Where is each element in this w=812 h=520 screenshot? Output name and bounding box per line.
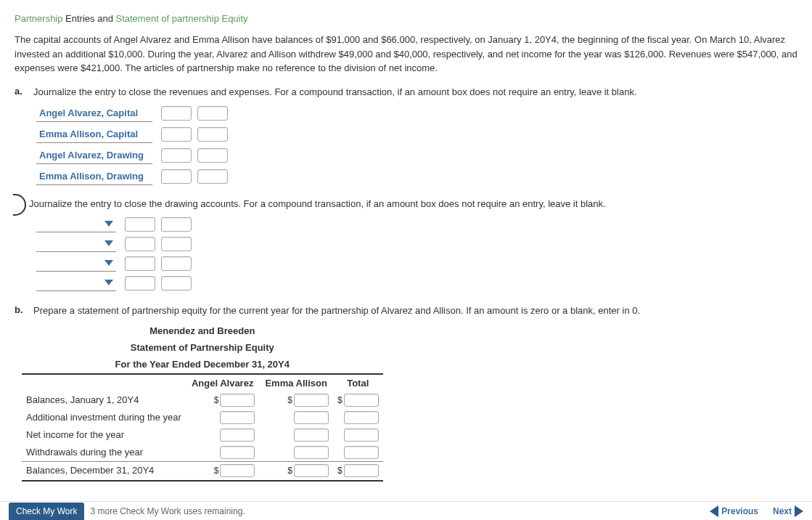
debit-input[interactable] <box>125 237 155 251</box>
part-b-label: b. <box>15 304 28 315</box>
credit-input[interactable] <box>161 256 192 271</box>
equity-input[interactable] <box>344 394 379 407</box>
equity-input[interactable] <box>220 394 255 407</box>
row-label: Balances, January 1, 20Y4 <box>22 391 186 409</box>
debit-input[interactable] <box>125 276 155 291</box>
part-a: a. Journalize the entry to close the rev… <box>15 86 797 99</box>
dollar-sign: $ <box>214 466 219 476</box>
equity-input[interactable] <box>294 411 329 424</box>
part-a-label: a. <box>15 86 28 97</box>
equity-input[interactable] <box>294 428 329 442</box>
page-title: Partnership Entries and Statement of par… <box>15 13 797 24</box>
row-label: Withdrawals during the year <box>22 444 186 462</box>
arc-decoration <box>13 194 26 216</box>
equity-input[interactable] <box>344 428 379 442</box>
chevron-down-icon <box>104 260 113 266</box>
part-b: b. Prepare a statement of partnership eq… <box>15 304 797 317</box>
part-b-text: Prepare a statement of partnership equit… <box>33 304 640 317</box>
journal-row: Emma Allison, Capital <box>36 126 797 143</box>
row-label: Net income for the year <box>22 426 186 444</box>
equity-table: Menendez and Breeden Statement of Partne… <box>22 323 383 482</box>
equity-input[interactable] <box>344 411 379 424</box>
credit-input[interactable] <box>161 276 192 291</box>
debit-input[interactable] <box>125 256 155 271</box>
title-part1: Partnership <box>15 13 62 24</box>
credit-input[interactable] <box>197 148 228 163</box>
journal-row <box>36 256 797 272</box>
equity-statement: Menendez and Breeden Statement of Partne… <box>22 323 797 482</box>
equity-input[interactable] <box>344 464 379 477</box>
equity-input[interactable] <box>220 411 255 424</box>
credit-input[interactable] <box>161 237 192 251</box>
title-part2: Entries and <box>65 13 113 24</box>
chevron-down-icon <box>104 221 113 227</box>
debit-input[interactable] <box>161 148 192 163</box>
debit-input[interactable] <box>125 217 155 232</box>
account-dropdown[interactable] <box>36 256 116 272</box>
equity-input[interactable] <box>344 446 379 459</box>
account-dropdown[interactable] <box>36 236 116 252</box>
debit-input[interactable] <box>161 106 192 121</box>
dollar-sign: $ <box>287 466 292 476</box>
journal-row <box>36 216 797 232</box>
account-link[interactable]: Angel Alvarez, Capital <box>36 105 152 122</box>
journal-row <box>36 275 797 291</box>
credit-input[interactable] <box>197 169 228 184</box>
equity-input[interactable] <box>294 446 329 459</box>
stmt-h1: Menendez and Breeden <box>26 325 379 336</box>
title-part3: Statement of partnership Equity <box>116 13 248 24</box>
account-link[interactable]: Emma Allison, Capital <box>36 126 152 143</box>
account-link[interactable]: Angel Alvarez, Drawing <box>36 147 152 164</box>
dollar-sign: $ <box>287 395 292 405</box>
stmt-h2: Statement of Partnership Equity <box>26 342 379 353</box>
col-angel: Angel Alvarez <box>186 374 260 391</box>
dollar-sign: $ <box>214 395 219 405</box>
journal-row: Emma Allison, Drawing <box>36 168 797 185</box>
account-dropdown[interactable] <box>36 216 116 232</box>
journal-row: Angel Alvarez, Drawing <box>36 147 797 164</box>
equity-input[interactable] <box>220 428 255 442</box>
part-a-text: Journalize the entry to close the revenu… <box>33 86 637 99</box>
row-label: Additional investment during the year <box>22 409 186 426</box>
dollar-sign: $ <box>337 466 343 476</box>
debit-input[interactable] <box>161 169 192 184</box>
stmt-h3: For the Year Ended December 31, 20Y4 <box>26 359 379 370</box>
row-label: Balances, December 31, 20Y4 <box>22 461 186 479</box>
chevron-down-icon <box>104 240 113 246</box>
equity-input[interactable] <box>294 464 329 477</box>
chevron-down-icon <box>104 280 113 285</box>
intro-text: The capital accounts of Angel Alvarez an… <box>15 33 797 76</box>
col-total: Total <box>333 374 383 391</box>
journal-close-rev-exp: Angel Alvarez, Capital Emma Allison, Cap… <box>36 105 797 185</box>
credit-input[interactable] <box>197 106 228 121</box>
equity-input[interactable] <box>220 464 255 477</box>
dollar-sign: $ <box>337 395 343 405</box>
account-link[interactable]: Emma Allison, Drawing <box>36 168 152 185</box>
equity-input[interactable] <box>294 394 329 407</box>
part-a-sub-text: Journalize the entry to close the drawin… <box>29 198 797 209</box>
credit-input[interactable] <box>161 217 192 232</box>
journal-row: Angel Alvarez, Capital <box>36 105 797 122</box>
account-dropdown[interactable] <box>36 275 116 291</box>
debit-input[interactable] <box>161 127 192 142</box>
journal-close-drawing <box>36 216 797 291</box>
equity-input[interactable] <box>220 446 255 459</box>
col-emma: Emma Allison <box>259 374 332 391</box>
journal-row <box>36 236 797 252</box>
credit-input[interactable] <box>197 127 228 142</box>
